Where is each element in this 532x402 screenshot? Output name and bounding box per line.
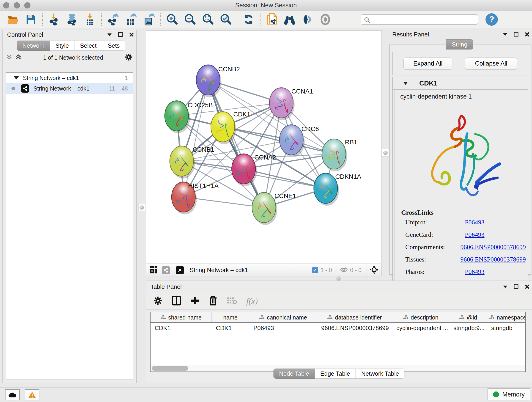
- collapse-all-button[interactable]: Collapse All: [465, 57, 517, 70]
- network-node-CCNB1[interactable]: [170, 146, 195, 179]
- tab-network-table[interactable]: Network Table: [356, 369, 405, 379]
- network-canvas[interactable]: CCNB2CCNA1CDC25BCDK1CDC6RB1CCNB1CCNA2CDK…: [146, 31, 382, 263]
- table-options-gear-icon[interactable]: [153, 296, 162, 306]
- column-type-icon: [403, 314, 409, 321]
- crosslink-link[interactable]: 9606.ENSP00000378699: [461, 243, 526, 251]
- main-toolbar: ?: [0, 11, 532, 28]
- copy-network-button[interactable]: [263, 12, 281, 27]
- column-header-description[interactable]: description: [392, 313, 449, 322]
- crosslink-link[interactable]: P06493: [465, 231, 485, 238]
- column-label: canonical name: [267, 314, 307, 321]
- warning-button[interactable]: [25, 389, 39, 400]
- tab-edge-table[interactable]: Edge Table: [315, 369, 356, 379]
- tab-network[interactable]: Network: [17, 41, 50, 51]
- database-import-icon: [66, 13, 78, 26]
- zoom-out-button[interactable]: [181, 12, 199, 27]
- birds-eye-view-icon[interactable]: [176, 266, 184, 274]
- first-neighbors-button[interactable]: [281, 12, 298, 27]
- scrollbar-thumb[interactable]: [152, 366, 188, 370]
- bottom-splitter[interactable]: [336, 276, 341, 281]
- table-cell[interactable]: CDK1: [151, 325, 212, 332]
- tab-style[interactable]: Style: [50, 41, 75, 51]
- search-input[interactable]: [361, 14, 478, 25]
- import-network-from-database-button[interactable]: [63, 12, 81, 27]
- network-collection-row[interactable]: String Network – cdk1 1: [6, 73, 133, 83]
- panel-menu-icon[interactable]: [107, 32, 113, 38]
- network-node-CDK1[interactable]: [211, 112, 236, 144]
- protein-card-header[interactable]: CDK1: [393, 77, 528, 89]
- show-columns-icon[interactable]: [172, 296, 181, 306]
- network-share-icon[interactable]: [162, 266, 170, 274]
- column-header-namespace[interactable]: namespace: [487, 313, 526, 322]
- column-header-shared-name[interactable]: shared name: [151, 313, 212, 322]
- network-options-gear-icon[interactable]: [125, 53, 133, 62]
- panel-close-icon[interactable]: [524, 32, 530, 37]
- column-header-name[interactable]: name: [212, 313, 249, 322]
- node-table: shared namenamecanonical namedatabase id…: [150, 312, 526, 372]
- crosslink-link[interactable]: P06493: [465, 219, 485, 226]
- panel-close-icon[interactable]: [128, 32, 134, 38]
- column-header-canonical-name[interactable]: canonical name: [249, 313, 317, 322]
- close-window-button[interactable]: [3, 2, 9, 8]
- tab-string[interactable]: String: [446, 39, 473, 50]
- import-table-from-file-button[interactable]: [81, 12, 99, 27]
- export-network-button[interactable]: [104, 12, 122, 27]
- crosslink-link[interactable]: 9606.ENSP00000378699: [461, 256, 526, 263]
- selected-count-checkbox[interactable]: ✓: [312, 267, 318, 273]
- column-header-database-identifier[interactable]: database identifier: [317, 313, 392, 322]
- network-node-RB1[interactable]: [322, 139, 347, 172]
- table-cell[interactable]: stringdb: [487, 325, 526, 332]
- expand-all-button[interactable]: Expand All: [404, 57, 452, 70]
- tab-node-table[interactable]: Node Table: [273, 369, 315, 379]
- fit-content-crosshair-icon[interactable]: [370, 265, 379, 275]
- panel-close-icon[interactable]: [524, 284, 530, 290]
- refresh-button[interactable]: [240, 12, 258, 27]
- open-session-button[interactable]: [4, 12, 22, 27]
- table-cell[interactable]: cyclin-dependent ...: [392, 325, 449, 332]
- table-cell[interactable]: 9606.ENSP00000378699: [317, 325, 392, 332]
- save-session-button[interactable]: [22, 12, 40, 27]
- column-header-@id[interactable]: @id: [449, 313, 487, 322]
- expand-all-networks-icon[interactable]: [15, 54, 21, 61]
- zoom-in-button[interactable]: [163, 12, 181, 27]
- memory-button[interactable]: Memory: [488, 389, 530, 400]
- panel-float-icon[interactable]: [513, 284, 519, 290]
- table-row[interactable]: CDK1CDK1P064939606.ENSP00000378699cyclin…: [151, 323, 525, 333]
- tab-sets[interactable]: Sets: [102, 41, 125, 51]
- network-row[interactable]: String Network – cdk1 11 48: [6, 83, 133, 94]
- add-column-icon[interactable]: [190, 296, 200, 306]
- panel-menu-icon[interactable]: [502, 284, 508, 290]
- minimize-window-button[interactable]: [14, 2, 20, 8]
- table-cell[interactable]: P06493: [249, 325, 317, 332]
- network-edge[interactable]: [184, 80, 208, 197]
- network-node-CCNA2[interactable]: [232, 154, 257, 186]
- table-cell[interactable]: CDK1: [212, 325, 249, 332]
- zoom-fit-button[interactable]: [199, 12, 216, 27]
- zoom-selected-button[interactable]: [216, 12, 234, 27]
- export-image-button[interactable]: [140, 12, 158, 27]
- network-node-CDC6[interactable]: [279, 125, 305, 157]
- left-splitter[interactable]: [138, 204, 145, 211]
- network-node-CCNE1[interactable]: [252, 192, 277, 225]
- collection-expand-icon[interactable]: [14, 76, 19, 80]
- graphics-details-button[interactable]: [298, 12, 317, 27]
- table-cell[interactable]: stringdb:9...: [449, 325, 487, 332]
- crosslink-link[interactable]: P06493: [465, 268, 485, 275]
- panel-float-icon[interactable]: [513, 32, 519, 37]
- maximize-window-button[interactable]: [24, 2, 31, 8]
- cloud-icon: [8, 392, 17, 398]
- show-grid-icon[interactable]: [149, 266, 158, 275]
- delete-column-icon[interactable]: [209, 296, 217, 306]
- panel-menu-icon[interactable]: [502, 32, 508, 37]
- collapse-all-networks-icon[interactable]: [6, 54, 12, 61]
- help-button[interactable]: ?: [486, 13, 498, 26]
- collapse-section-icon[interactable]: [403, 81, 408, 85]
- import-network-from-file-button[interactable]: [45, 12, 63, 27]
- network-node-CCNA1[interactable]: [269, 88, 295, 120]
- panel-float-icon[interactable]: [118, 32, 123, 38]
- network-node-CCNB2[interactable]: [196, 65, 222, 97]
- export-table-button[interactable]: [122, 12, 140, 27]
- cloud-button[interactable]: [5, 389, 20, 400]
- show-hide-annotations-button[interactable]: [317, 12, 334, 27]
- tab-select[interactable]: Select: [75, 41, 102, 51]
